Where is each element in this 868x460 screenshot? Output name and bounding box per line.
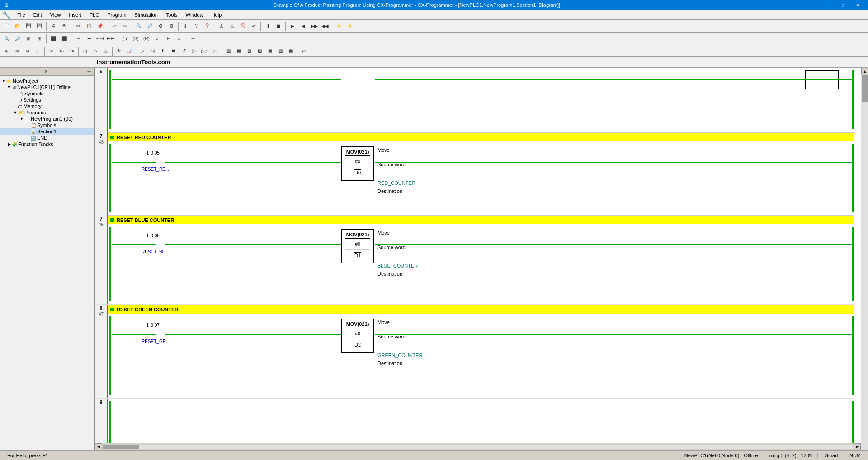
tb2-coil2[interactable]: (S) — [131, 34, 141, 44]
vscroll-track[interactable] — [861, 75, 868, 453]
tb3-reset[interactable]: ↺ — [179, 46, 189, 56]
tree-item-end[interactable]: 🔚 END — [0, 135, 94, 141]
tb2-end[interactable]: E — [163, 34, 173, 44]
tb3-ff[interactable]: ▷▷ — [200, 46, 210, 56]
menu-program[interactable]: Program — [104, 11, 130, 19]
menu-tools[interactable]: Tools — [162, 11, 181, 19]
tb2-nc[interactable]: ⊣ — [73, 34, 83, 44]
tree-item-plc[interactable]: ▼ 🖥 NewPLC1[CP1L] Offline — [0, 84, 94, 90]
tb2-zoom-in[interactable]: 🔍 — [2, 34, 12, 44]
right-scrollbar[interactable]: ▲ ▼ — [861, 68, 868, 460]
tb2-address2[interactable]: ⬛ — [59, 34, 69, 44]
tb3-m4[interactable]: ▩ — [255, 46, 264, 56]
menu-plc[interactable]: PLC — [86, 11, 103, 19]
tb2-no2[interactable]: ⊢⊢ — [106, 34, 116, 44]
tb3-stop2[interactable]: ⏹ — [169, 46, 179, 56]
expand-icon-program1[interactable]: ▼ — [19, 117, 24, 121]
tb-info[interactable]: ℹ — [180, 21, 190, 31]
tb-b3[interactable]: ▶▶ — [309, 21, 319, 31]
menu-file[interactable]: File — [14, 11, 29, 19]
tb3-io2[interactable]: ⊡ — [33, 46, 43, 56]
tb-b2[interactable]: ◀ — [298, 21, 308, 31]
tree-item-symbols2[interactable]: 📋 Symbols — [0, 122, 94, 128]
panel-close-btn[interactable]: ✕ — [43, 69, 49, 75]
minimize-button[interactable]: ─ — [822, 0, 835, 9]
tree-item-program1[interactable]: ▼ 📄 NewProgram1 (00) — [0, 116, 94, 122]
tb-search[interactable]: 🔍 — [134, 21, 144, 31]
tb3-a1[interactable]: ◁ — [80, 46, 90, 56]
tb-copy[interactable]: 📋 — [84, 21, 94, 31]
tb3-dl2[interactable]: 16 — [57, 46, 66, 56]
tb2-del[interactable]: ✕ — [174, 34, 184, 44]
tb-new[interactable]: 📄 — [2, 21, 12, 31]
tb3-undo2[interactable]: ↩ — [299, 46, 309, 56]
menu-simulation[interactable]: Simulation — [131, 11, 161, 19]
tb2-coil3[interactable]: (R) — [142, 34, 151, 44]
menu-window[interactable]: Window — [182, 11, 207, 19]
tb-pause[interactable]: ⏸ — [263, 21, 273, 31]
tb3-compile2[interactable]: ⊠ — [12, 46, 22, 56]
tb-ref[interactable]: ⚙ — [156, 21, 165, 31]
maximize-button[interactable]: □ — [836, 0, 850, 9]
tb3-play[interactable]: ▷ — [137, 46, 147, 56]
tb2-no[interactable]: ⊢ — [84, 34, 94, 44]
tree-item-newproject[interactable]: ▼ 📁 NewProject — [0, 78, 94, 84]
tb3-m3[interactable]: ▩ — [244, 46, 254, 56]
tb3-m1[interactable]: ▩ — [223, 46, 233, 56]
tb3-dl3[interactable]: 16 — [67, 46, 77, 56]
tb2-nc2[interactable]: ⊣⊣ — [95, 34, 105, 44]
tree-item-settings[interactable]: ⚙ Settings — [0, 97, 94, 103]
tb-b4[interactable]: ◀◀ — [320, 21, 330, 31]
tb2-zoom-fit[interactable]: ⊞ — [24, 34, 33, 44]
tb-stop[interactable]: ⏹ — [274, 21, 283, 31]
menu-help[interactable]: Help — [208, 11, 226, 19]
hscroll-left[interactable]: ◀ — [95, 443, 102, 451]
tb-print[interactable]: 🖨 — [48, 21, 58, 31]
vscroll-thumb[interactable] — [862, 75, 868, 102]
tb3-mon2[interactable]: 📊 — [124, 46, 134, 56]
tb-save[interactable]: 💾 — [24, 21, 33, 31]
tb2-address[interactable]: ⬛ — [48, 34, 58, 44]
tb2-coil1[interactable]: ( ) — [120, 34, 130, 44]
tb2-jmp[interactable]: J — [152, 34, 162, 44]
tb3-compile[interactable]: ⊞ — [2, 46, 12, 56]
tb-open[interactable]: 📂 — [13, 21, 23, 31]
tb3-step[interactable]: ▷| — [148, 46, 158, 56]
tb3-m5[interactable]: ▩ — [265, 46, 275, 56]
tb3-m6[interactable]: ▩ — [275, 46, 285, 56]
tb3-io[interactable]: ⊟ — [23, 46, 33, 56]
hscroll-bar[interactable]: ◀ ▶ — [95, 443, 861, 450]
tb3-m2[interactable]: ▩ — [234, 46, 244, 56]
tb-ref2[interactable]: ⚙ — [166, 21, 176, 31]
tb-help[interactable]: ? — [191, 21, 201, 31]
tb2-zoom-out[interactable]: 🔎 — [13, 34, 23, 44]
tb-sim2[interactable]: ⚡ — [345, 21, 355, 31]
tb-help2[interactable]: ❓ — [202, 21, 212, 31]
tb-paste[interactable]: 📌 — [95, 21, 105, 31]
tree-item-fb[interactable]: ▶ 🧩 Function Blocks — [0, 141, 94, 147]
expand-icon-newproject[interactable]: ▼ — [1, 79, 6, 83]
tb-redo[interactable]: ↪ — [120, 21, 130, 31]
tb-preview[interactable]: 👁 — [59, 21, 69, 31]
expand-icon-plc[interactable]: ▼ — [6, 85, 12, 89]
tb2-wire[interactable]: ─ — [188, 34, 198, 44]
tree-item-programs[interactable]: ▼ 📂 Programs — [0, 109, 94, 116]
tb3-last[interactable]: ▷| — [210, 46, 220, 56]
vscroll-up[interactable]: ▲ — [861, 68, 868, 75]
tb-b1[interactable]: ▶ — [288, 21, 297, 31]
tree-item-memory[interactable]: 🗃 Memory — [0, 103, 94, 109]
tb3-step2[interactable]: |▷ — [189, 46, 199, 56]
tb-warn2[interactable]: ⚠ — [227, 21, 237, 31]
close-button[interactable]: ✕ — [851, 0, 864, 9]
tb-save2[interactable]: 💾 — [34, 21, 44, 31]
tree-item-symbols[interactable]: 📋 Symbols — [0, 90, 94, 97]
menu-insert[interactable]: Insert — [65, 11, 85, 19]
tb-warn[interactable]: ⚠ — [216, 21, 226, 31]
tb3-pause2[interactable]: ⏸ — [158, 46, 168, 56]
tb3-dl[interactable]: 10 — [46, 46, 56, 56]
panel-min-btn[interactable]: ─ — [86, 69, 92, 75]
hscroll-thumb[interactable] — [103, 445, 139, 449]
menu-edit[interactable]: Edit — [30, 11, 46, 19]
hscroll-track[interactable] — [103, 445, 853, 449]
hscroll-right[interactable]: ▶ — [854, 443, 861, 451]
